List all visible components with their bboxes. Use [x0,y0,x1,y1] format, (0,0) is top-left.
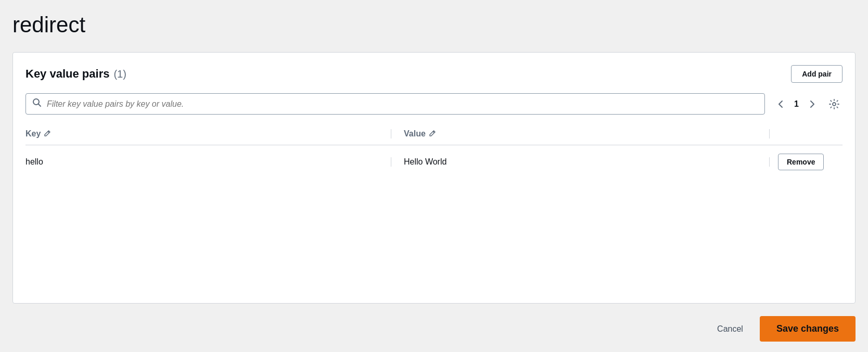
add-pair-button[interactable]: Add pair [791,65,843,83]
row-value-cell: Hello World [391,157,770,167]
card-title: Key value pairs [25,67,109,81]
svg-line-1 [39,104,41,107]
table-header-row: Key Value [25,123,843,145]
value-edit-icon[interactable] [429,130,436,139]
search-icon [32,98,42,110]
row-actions-cell: Remove [770,154,843,170]
col-key-header: Key [25,129,391,139]
svg-line-3 [48,131,49,133]
search-box [25,93,765,115]
col-value-header: Value [391,129,770,139]
page-number: 1 [794,99,799,109]
card-header: Key value pairs (1) Add pair [25,65,843,83]
page-title: redirect [12,10,856,40]
table-row: hello Hello World Remove [25,145,843,179]
save-changes-button[interactable]: Save changes [760,316,856,342]
svg-line-4 [433,131,435,133]
filter-row: 1 [25,93,843,115]
value-column-label: Value [404,129,426,139]
page-container: redirect Key value pairs (1) Add pair [0,0,868,352]
key-edit-icon[interactable] [44,130,51,139]
cancel-button[interactable]: Cancel [711,320,749,338]
card-title-group: Key value pairs (1) [25,67,126,81]
remove-button[interactable]: Remove [778,154,824,170]
svg-point-2 [833,103,836,106]
prev-page-button[interactable] [773,97,788,111]
card-count: (1) [113,68,126,80]
key-value-pairs-card: Key value pairs (1) Add pair [12,52,856,304]
key-column-label: Key [25,129,41,139]
key-value-table: Key Value [25,123,843,179]
search-input[interactable] [47,99,758,109]
next-page-button[interactable] [805,97,820,111]
footer: Cancel Save changes [12,316,856,342]
pagination-controls: 1 [773,96,843,112]
settings-icon-button[interactable] [826,96,843,112]
row-key-cell: hello [25,157,391,167]
